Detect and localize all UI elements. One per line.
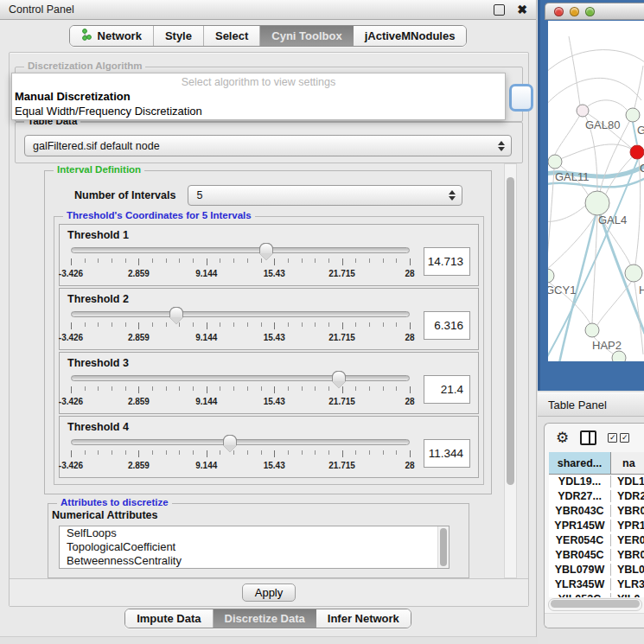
cell-shared-name[interactable]: YDL19...: [549, 475, 611, 488]
column-header-name[interactable]: na: [611, 452, 644, 475]
cell-name[interactable]: YBR0: [611, 505, 644, 517]
thresholds-group: Threshold's Coordinates for 5 Intervals …: [54, 216, 484, 485]
slider-thumb[interactable]: [169, 307, 183, 324]
network-node[interactable]: [626, 108, 640, 122]
slider-track[interactable]: [71, 439, 410, 445]
cell-name[interactable]: YPR1: [611, 520, 644, 532]
cell-shared-name[interactable]: YBR043C: [549, 505, 611, 517]
slider-track[interactable]: [71, 311, 410, 317]
tab-network[interactable]: Network: [70, 26, 154, 46]
table-horizontal-scrollbar[interactable]: [548, 598, 642, 611]
tick-label: 15.43: [264, 461, 285, 470]
network-node[interactable]: [577, 105, 589, 117]
slider-track[interactable]: [71, 375, 410, 381]
tab-discretize-data[interactable]: Discretize Data: [214, 609, 316, 628]
network-node[interactable]: [625, 265, 642, 282]
network-node[interactable]: [585, 191, 609, 215]
cell-shared-name[interactable]: YDR27...: [549, 490, 611, 502]
cell-name[interactable]: YLR3: [611, 578, 644, 590]
threshold-value-field[interactable]: 21.4: [424, 375, 470, 404]
slider-track[interactable]: [71, 247, 410, 253]
table-row[interactable]: YLR345WYLR3: [549, 577, 644, 591]
table-row[interactable]: YDL19...YDL1: [549, 474, 644, 488]
slider-thumb[interactable]: [223, 435, 237, 452]
cell-name[interactable]: YER0: [611, 534, 644, 546]
table-data-select[interactable]: galFiltered.sif default node: [24, 135, 512, 156]
columns-icon[interactable]: [580, 430, 596, 445]
cell-shared-name[interactable]: YER054C: [549, 534, 611, 546]
tab-cyni-toolbox[interactable]: Cyni Toolbox: [260, 26, 353, 46]
table-toolbar: [545, 424, 644, 452]
attribute-item-selfloops[interactable]: SelfLoops: [60, 526, 449, 540]
cell-name[interactable]: YBR0: [611, 549, 644, 561]
tab-select[interactable]: Select: [204, 26, 260, 46]
network-node[interactable]: [548, 269, 554, 283]
table-row[interactable]: YIL052CYIL0: [549, 591, 644, 597]
attribute-item-betweennesscentrality[interactable]: BetweennessCentrality: [60, 554, 449, 568]
minimize-traffic-light[interactable]: [570, 7, 579, 16]
slider-tick-labels: -3.4262.8599.14415.4321.71528: [71, 461, 410, 471]
threshold-slider[interactable]: -3.4262.8599.14415.4321.71528: [71, 436, 410, 474]
algorithm-option-manual-discretization[interactable]: Manual Discretization: [12, 89, 505, 104]
attributes-list-scrollbar[interactable]: [437, 526, 449, 568]
table-row[interactable]: YBR045CYBR0: [549, 547, 644, 562]
network-node[interactable]: [548, 155, 562, 169]
tab-label: Infer Network: [328, 612, 399, 625]
threshold-label: Threshold 2: [67, 293, 470, 305]
column-header-shared-name[interactable]: shared...: [549, 452, 611, 475]
threshold-slider[interactable]: -3.4262.8599.14415.4321.71528: [71, 244, 410, 282]
scrollbar-thumb[interactable]: [507, 177, 514, 485]
checkbox-icon[interactable]: [620, 433, 629, 443]
tab-infer-network[interactable]: Infer Network: [316, 609, 411, 628]
zoom-traffic-light[interactable]: [585, 7, 595, 16]
close-window-button[interactable]: ✖: [517, 5, 527, 15]
cell-shared-name[interactable]: YBR045C: [549, 549, 611, 561]
network-node[interactable]: [630, 145, 644, 159]
cell-name[interactable]: YIL0: [611, 593, 644, 598]
table-panel-titlebar: Table Panel: [538, 392, 644, 417]
algorithm-option-equal-width-frequency-discretization[interactable]: Equal Width/Frequency Discretization: [12, 104, 505, 118]
close-traffic-light[interactable]: [554, 7, 564, 16]
table-row[interactable]: YBL079WYBL0: [549, 562, 644, 577]
tab-style[interactable]: Style: [154, 26, 204, 46]
threshold-slider[interactable]: -3.4262.8599.14415.4321.71528: [71, 372, 410, 410]
scrollbar-thumb[interactable]: [551, 600, 640, 608]
algorithm-dropdown-hint: Select algorithm to view settings: [12, 73, 505, 89]
cell-shared-name[interactable]: YIL052C: [549, 593, 611, 598]
checkbox-icon[interactable]: [608, 433, 617, 443]
table-row[interactable]: YDR27...YDR2: [549, 488, 644, 503]
cell-shared-name[interactable]: YLR345W: [549, 578, 611, 590]
attributes-group-title: Attributes to discretize: [57, 497, 172, 507]
slider-thumb[interactable]: [332, 371, 346, 388]
float-window-button[interactable]: [494, 4, 505, 16]
threshold-value-field[interactable]: 14.713: [424, 247, 470, 276]
numerical-attributes-list[interactable]: SelfLoopsTopologicalCoefficientBetweenne…: [59, 526, 450, 569]
cell-name[interactable]: YDR2: [611, 490, 644, 502]
view-tabs: NetworkStyleSelectCyni ToolboxjActiveMNo…: [69, 25, 468, 47]
network-node[interactable]: [585, 323, 599, 337]
tab-label: Select: [215, 29, 248, 42]
gear-icon[interactable]: [556, 429, 569, 447]
threshold-value-field[interactable]: 6.316: [424, 311, 470, 340]
slider-thumb[interactable]: [259, 243, 273, 260]
cell-name[interactable]: YBL0: [611, 564, 644, 576]
network-canvas[interactable]: GAL80GACGAL11GAL4GCY1HHAP2: [548, 21, 644, 361]
attribute-item-topologicalcoefficient[interactable]: TopologicalCoefficient: [60, 540, 449, 554]
number-of-intervals-select[interactable]: 5: [188, 185, 462, 206]
threshold-value-field[interactable]: 11.344: [424, 439, 470, 468]
network-node[interactable]: [612, 351, 626, 361]
table-row[interactable]: YER054CYER0: [549, 532, 644, 547]
algorithm-combobox-focus-ring[interactable]: [509, 84, 533, 112]
tab-impute-data[interactable]: Impute Data: [125, 609, 213, 628]
cell-shared-name[interactable]: YPR145W: [549, 520, 611, 532]
cell-shared-name[interactable]: YBL079W: [549, 564, 611, 576]
table-row[interactable]: YBR043CYBR0: [549, 503, 644, 518]
threshold-slider[interactable]: -3.4262.8599.14415.4321.71528: [71, 308, 410, 346]
tab-jactivemnodules[interactable]: jActiveMNodules: [354, 26, 467, 46]
apply-button[interactable]: Apply: [242, 583, 296, 602]
cell-name[interactable]: YDL1: [611, 475, 644, 488]
tick-label: 9.144: [195, 461, 217, 470]
settings-scrollbar[interactable]: [504, 163, 517, 578]
table-row[interactable]: YPR145WYPR1: [549, 518, 644, 532]
scrollbar-thumb[interactable]: [440, 528, 447, 566]
